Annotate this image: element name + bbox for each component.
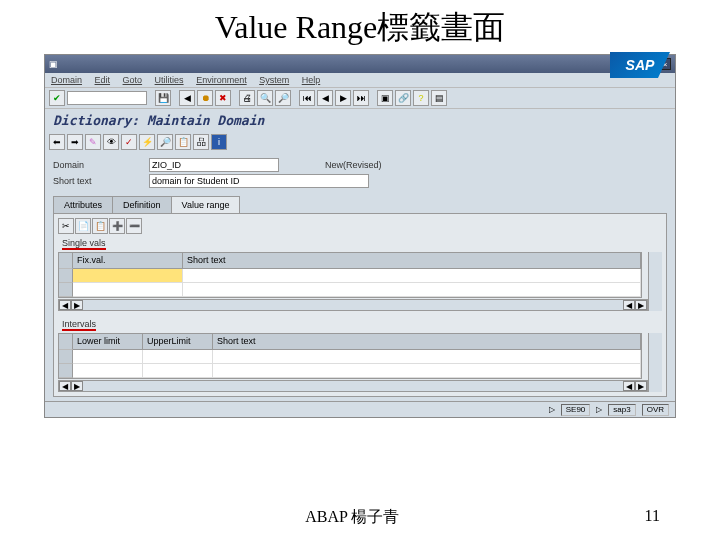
help-icon[interactable]: ? [413, 90, 429, 106]
tab-value-range[interactable]: Value range [171, 196, 241, 213]
command-field[interactable] [67, 91, 147, 105]
shortcut-icon[interactable]: 🔗 [395, 90, 411, 106]
menu-system[interactable]: System [259, 75, 289, 85]
first-page-icon[interactable]: ⏮ [299, 90, 315, 106]
window-menu-icon: ▣ [49, 59, 58, 69]
scroll-left-icon[interactable]: ◀ [59, 381, 71, 391]
status-cell: OVR [642, 404, 669, 416]
status-label: New(Revised) [325, 160, 382, 170]
layout-icon[interactable]: ▤ [431, 90, 447, 106]
where-used-icon[interactable]: 🔎 [157, 134, 173, 150]
col-fixval[interactable]: Fix.val. [73, 253, 183, 269]
single-vals-grid: Fix.val. Short text [58, 252, 642, 298]
delete-row-icon[interactable]: ➖ [126, 218, 142, 234]
sap-window: ▣ _ □ × SAP Domain Edit Goto Utilities E… [44, 54, 676, 418]
status-cell: sap3 [608, 404, 635, 416]
print-icon[interactable]: 🖨 [239, 90, 255, 106]
exit-icon[interactable]: ⏺ [197, 90, 213, 106]
scrollbar-h[interactable]: ◀▶ ◀▶ [58, 380, 648, 392]
slide-title: Value Range標籤畫面 [0, 0, 720, 54]
titlebar: ▣ _ □ × [45, 55, 675, 73]
screen-title: Dictionary: Maintain Domain [45, 109, 675, 132]
col-upper[interactable]: UpperLimit [143, 334, 213, 350]
scroll-right-icon[interactable]: ▶ [71, 300, 83, 310]
table-row[interactable] [59, 364, 641, 378]
enter-icon[interactable]: ✔ [49, 90, 65, 106]
status-cell: SE90 [561, 404, 591, 416]
table-row[interactable] [59, 283, 641, 297]
menu-environment[interactable]: Environment [196, 75, 247, 85]
scrollbar-v[interactable] [648, 252, 662, 311]
hierarchy-icon[interactable]: 品 [193, 134, 209, 150]
footer-page: 11 [645, 507, 660, 528]
find-icon[interactable]: 🔍 [257, 90, 273, 106]
paste-icon[interactable]: 📋 [92, 218, 108, 234]
prev-page-icon[interactable]: ◀ [317, 90, 333, 106]
footer-author: ABAP 楊子青 [305, 507, 399, 528]
find-next-icon[interactable]: 🔎 [275, 90, 291, 106]
shorttext-input[interactable]: domain for Student ID [149, 174, 369, 188]
shorttext-label: Short text [53, 176, 143, 186]
col-lower[interactable]: Lower limit [73, 334, 143, 350]
other-object-icon[interactable]: ✎ [85, 134, 101, 150]
slide-footer: ABAP 楊子青 11 [0, 507, 720, 528]
check-icon[interactable]: ✓ [121, 134, 137, 150]
tab-definition[interactable]: Definition [112, 196, 172, 213]
nav-back-icon[interactable]: ⬅ [49, 134, 65, 150]
tab-body: ✂ 📄 📋 ➕ ➖ Single vals Fix.val. Short tex… [53, 213, 667, 397]
scrollbar-h[interactable]: ◀▶ ◀▶ [58, 299, 648, 311]
content-area: Domain ZIO_ID New(Revised) Short text do… [45, 152, 675, 401]
standard-toolbar: ✔ 💾 ◀ ⏺ ✖ 🖨 🔍 🔎 ⏮ ◀ ▶ ⏭ ▣ 🔗 ? ▤ [45, 87, 675, 109]
activate-icon[interactable]: ⚡ [139, 134, 155, 150]
tabstrip: Attributes Definition Value range [53, 196, 667, 213]
menu-utilities[interactable]: Utilities [155, 75, 184, 85]
menu-goto[interactable]: Goto [123, 75, 143, 85]
copy-icon[interactable]: 📋 [175, 134, 191, 150]
scroll-left-icon[interactable]: ◀ [59, 300, 71, 310]
info-icon[interactable]: i [211, 134, 227, 150]
table-row[interactable] [59, 269, 641, 283]
save-icon[interactable]: 💾 [155, 90, 171, 106]
last-page-icon[interactable]: ⏭ [353, 90, 369, 106]
insert-row-icon[interactable]: ➕ [109, 218, 125, 234]
copy-row-icon[interactable]: 📄 [75, 218, 91, 234]
scroll-right-icon[interactable]: ▶ [71, 381, 83, 391]
scroll-left-icon[interactable]: ◀ [623, 300, 635, 310]
menu-edit[interactable]: Edit [95, 75, 111, 85]
status-separator-icon: ▷ [549, 405, 555, 414]
menu-domain[interactable]: Domain [51, 75, 82, 85]
menu-help[interactable]: Help [302, 75, 321, 85]
scroll-right-icon[interactable]: ▶ [635, 381, 647, 391]
menubar: Domain Edit Goto Utilities Environment S… [45, 73, 675, 87]
status-separator-icon: ▷ [596, 405, 602, 414]
statusbar: ▷ SE90 ▷ sap3 OVR [45, 401, 675, 417]
domain-label: Domain [53, 160, 143, 170]
scroll-right-icon[interactable]: ▶ [635, 300, 647, 310]
new-session-icon[interactable]: ▣ [377, 90, 393, 106]
app-toolbar: ⬅ ➡ ✎ 👁 ✓ ⚡ 🔎 📋 品 i [45, 132, 675, 152]
domain-input[interactable]: ZIO_ID [149, 158, 279, 172]
cut-icon[interactable]: ✂ [58, 218, 74, 234]
col-shorttext2[interactable]: Short text [213, 334, 641, 350]
scroll-left-icon[interactable]: ◀ [623, 381, 635, 391]
cancel-icon[interactable]: ✖ [215, 90, 231, 106]
single-vals-label: Single vals [58, 236, 662, 252]
table-row[interactable] [59, 350, 641, 364]
intervals-label: Intervals [58, 317, 662, 333]
next-page-icon[interactable]: ▶ [335, 90, 351, 106]
intervals-grid: Lower limit UpperLimit Short text [58, 333, 642, 379]
display-icon[interactable]: 👁 [103, 134, 119, 150]
tab-attributes[interactable]: Attributes [53, 196, 113, 213]
back-icon[interactable]: ◀ [179, 90, 195, 106]
scrollbar-v[interactable] [648, 333, 662, 392]
nav-fwd-icon[interactable]: ➡ [67, 134, 83, 150]
col-shorttext[interactable]: Short text [183, 253, 641, 269]
